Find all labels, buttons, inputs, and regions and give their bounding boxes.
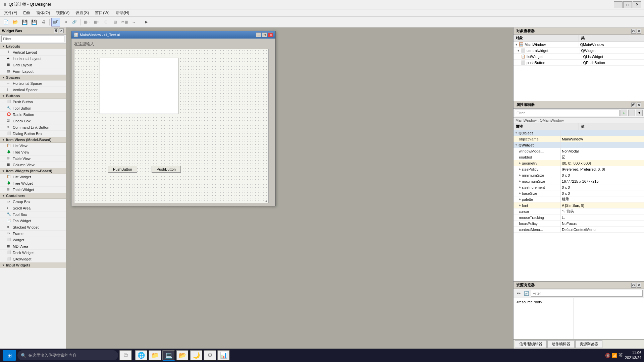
menu-help[interactable]: 帮助(H) [113, 9, 132, 16]
widget-item-form-layout[interactable]: ▤ Form Layout [0, 68, 66, 75]
prop-row-sizeincrement[interactable]: ▶ sizeIncrement 0 x 0 [514, 184, 644, 190]
prop-add-button[interactable]: + [621, 110, 627, 116]
taskbar-app-3[interactable]: 📊 [217, 350, 230, 361]
category-buttons[interactable]: Buttons [0, 93, 66, 99]
widget-item-stacked-widget[interactable]: ⧈ Stacked Widget [0, 224, 66, 231]
widget-item-grid-layout[interactable]: ▦ Grid Layout [0, 62, 66, 68]
taskbar-task-view[interactable]: ⧉ [119, 350, 132, 361]
prop-row-geometry[interactable]: ▶ geometry [(0, 0), 800 x 600] [514, 160, 644, 166]
category-input-widgets[interactable]: Input Widgets [0, 262, 66, 268]
sizepolicy-expand-icon[interactable]: ▶ [519, 168, 521, 171]
category-item-widgets[interactable]: Item Widgets (Item-Based) [0, 168, 66, 174]
menu-file[interactable]: 文件(F) [1, 9, 20, 16]
toolbar-save[interactable]: 💾 [20, 18, 29, 26]
tree-row-mainwindow[interactable]: ▼ 🪟 MainWindow QMainWindow [514, 42, 644, 48]
widget-item-table-view[interactable]: ⊞ Table View [0, 156, 66, 162]
canvas-push-button-1[interactable]: PushButton [108, 166, 137, 173]
taskbar-explorer[interactable]: 📁 [149, 350, 161, 361]
toolbar-break-layout[interactable]: ✂▦ [120, 18, 129, 26]
widget-item-table-widget[interactable]: ⊞ Table Widget [0, 187, 66, 193]
resource-root-item[interactable]: <resource root> [515, 299, 572, 305]
widget-item-horizontal-spacer[interactable]: ↔ Horizontal Spacer [0, 80, 66, 87]
toolbar-new[interactable]: 📄 [1, 18, 10, 26]
menu-settings[interactable]: 设置(S) [73, 9, 92, 16]
resource-refresh-button[interactable]: 🔄 [523, 290, 530, 297]
taskbar-settings[interactable]: ⚙ [204, 350, 216, 361]
tree-row-listwidget[interactable]: 📋 listWidget QListWidget [514, 54, 644, 60]
designer-minimize-button[interactable]: ─ [256, 33, 261, 37]
widget-box-close[interactable]: ✕ [59, 28, 64, 33]
widget-item-qaxwidget[interactable]: ⬜ QAxWidget [0, 256, 66, 262]
object-inspector-close[interactable]: ✕ [637, 29, 641, 34]
widget-item-list-widget[interactable]: 📋 List Widget [0, 174, 66, 180]
prop-row-windowmodal[interactable]: windowModal... NonModal [514, 148, 644, 154]
geometry-expand-icon[interactable]: ▶ [519, 162, 521, 165]
prop-row-enabled[interactable]: enabled ☑ [514, 154, 644, 160]
prop-row-objectname[interactable]: objectName MainWindow [514, 136, 644, 142]
font-expand-icon[interactable]: ▶ [519, 204, 521, 207]
minimumsize-expand-icon[interactable]: ▶ [519, 174, 521, 177]
widget-item-scroll-area[interactable]: ↕ Scroll Area [0, 205, 66, 212]
category-layouts[interactable]: Layouts [0, 44, 66, 49]
menu-edit[interactable]: Edit [20, 10, 33, 16]
prop-row-basesize[interactable]: ▶ baseSize 0 x 0 [514, 190, 644, 196]
canvas-resize-handle[interactable]: ◢ [265, 199, 268, 202]
prop-options-button[interactable]: ▼ [636, 110, 643, 116]
widget-item-check-box[interactable]: ☑ Check Box [0, 118, 66, 124]
resource-filter-input[interactable] [531, 290, 643, 297]
tab-resource-browser[interactable]: 资源浏览器 [575, 340, 602, 348]
widget-item-widget[interactable]: ⬜ Widget [0, 237, 66, 243]
taskbar-app-1[interactable]: 🌙 [190, 350, 203, 361]
taskbar-edge[interactable]: 🌐 [135, 350, 148, 361]
widget-item-command-link[interactable]: ➡ Command Link Button [0, 124, 66, 131]
prop-row-sizepolicy[interactable]: ▶ sizePolicy [Preferred, Preferred, 0, 0… [514, 166, 644, 172]
taskbar-pycharm[interactable]: 💻 [162, 350, 175, 361]
widget-item-frame[interactable]: ▭ Frame [0, 231, 66, 237]
toolbar-grid-layout[interactable]: ⊞ [101, 18, 110, 26]
taskbar-file-manager[interactable]: 📂 [176, 350, 189, 361]
widget-item-vertical-layout[interactable]: ⬆ Vertical Layout [0, 49, 66, 56]
widget-item-tool-box[interactable]: 🔧 Tool Box [0, 212, 66, 218]
tab-signal-slot[interactable]: 信号/槽编辑器 [515, 340, 547, 348]
widget-item-group-box[interactable]: ▭ Group Box [0, 199, 66, 205]
tree-row-pushbutton[interactable]: ⬜ pushButton QPushButton [514, 60, 644, 66]
toolbar-save-as[interactable]: 💾 [30, 18, 38, 26]
taskbar-start-button[interactable]: ⊞ [3, 350, 16, 361]
resource-browser-close[interactable]: ✕ [637, 283, 641, 288]
toolbar-form-layout[interactable]: ▤ [111, 18, 119, 26]
prop-remove-button[interactable]: − [628, 110, 635, 116]
toolbar-tab-order[interactable]: ⇥ [61, 18, 69, 26]
category-containers[interactable]: Containers [0, 193, 66, 199]
category-spacers[interactable]: Spacers [0, 75, 66, 80]
taskbar-network-icon[interactable]: 📶 [612, 353, 617, 358]
widget-item-horizontal-layout[interactable]: ➡ Horizontal Layout [0, 56, 66, 62]
widget-filter-input[interactable] [1, 36, 64, 42]
prop-row-focuspolicy[interactable]: focusPolicy NoFocus [514, 221, 644, 227]
basesize-expand-icon[interactable]: ▶ [519, 192, 521, 195]
widget-item-mdi-area[interactable]: ▦ MDI Area [0, 243, 66, 250]
qwidget-expand-icon[interactable]: ▼ [515, 143, 518, 146]
designer-maximize-button[interactable]: □ [262, 33, 267, 37]
object-inspector-float[interactable]: 🗗 [631, 29, 636, 34]
prop-row-maximumsize[interactable]: ▶ maximumSize 16777215 x 16777215 [514, 178, 644, 184]
widget-item-dock-widget[interactable]: ⬜ Dock Widget [0, 250, 66, 256]
widget-item-tree-view[interactable]: 🌲 Tree View [0, 149, 66, 156]
toolbar-preview[interactable]: ▶ [142, 18, 151, 26]
toolbar-adjust[interactable]: ↔ [129, 18, 138, 26]
prop-row-palette[interactable]: ▶ palette 继承 [514, 196, 644, 202]
qobject-expand-icon[interactable]: ▼ [515, 131, 518, 134]
widget-item-tree-widget[interactable]: 🌲 Tree Widget [0, 180, 66, 187]
property-editor-close[interactable]: ✕ [637, 103, 641, 107]
widget-item-tab-widget[interactable]: 📑 Tab Widget [0, 218, 66, 224]
resource-browser-float[interactable]: 🗗 [631, 283, 636, 288]
sizeincrement-expand-icon[interactable]: ▶ [519, 186, 521, 189]
toolbar-buddy[interactable]: 🔗 [70, 18, 79, 26]
palette-expand-icon[interactable]: ▶ [519, 198, 521, 201]
menu-view[interactable]: 视图(V) [53, 9, 72, 16]
property-editor-float[interactable]: 🗗 [631, 103, 636, 107]
taskbar-lang-icon[interactable]: 英 [619, 352, 623, 358]
taskbar-volume-icon[interactable]: 🔇 [605, 353, 610, 358]
toolbar-vert-layout[interactable]: ▦↕ [92, 18, 101, 26]
toolbar-open[interactable]: 📂 [11, 18, 19, 26]
canvas-push-button-2[interactable]: PushButton [152, 166, 181, 173]
